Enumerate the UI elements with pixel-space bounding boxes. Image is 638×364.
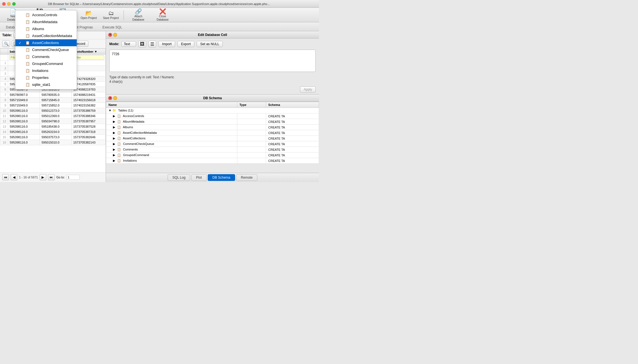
schema-root-row[interactable]: ▼ 📁 Tables (11) bbox=[106, 108, 319, 113]
table-cell[interactable]: 1574023156618 bbox=[71, 98, 105, 103]
table-cell[interactable]: 595780997.0 bbox=[8, 92, 40, 98]
dropdown-item-groupedcommand[interactable]: 📋 GroupedCommand bbox=[15, 60, 77, 67]
table-cell[interactable]: 595015010.0 bbox=[40, 140, 71, 145]
table-row[interactable]: 14595398116.0595263154.01573705387318 bbox=[0, 129, 106, 135]
schema-table-row[interactable]: ▶ 📋 AlbumMetadata CREATE TA bbox=[106, 119, 319, 125]
schema-table-row[interactable]: ▶ 📋 AssetCollectionMetadata CREATE TA bbox=[106, 130, 319, 136]
table-row[interactable]: 7595780997.0595780935.01574088219431 bbox=[0, 92, 106, 98]
table-cell[interactable]: 1573705382143 bbox=[71, 140, 105, 145]
dropdown-item-sqlite_stat1[interactable]: 📋 sqlite_stat1 bbox=[15, 81, 77, 88]
table-cell[interactable]: 595185438.0 bbox=[40, 124, 71, 129]
table-cell[interactable]: 595398116.0 bbox=[8, 135, 40, 140]
table-cell[interactable]: 1573705387528 bbox=[71, 124, 105, 129]
tab-sql-log[interactable]: SQL Log bbox=[168, 174, 190, 181]
table-cell[interactable]: 595398116.0 bbox=[8, 119, 40, 124]
open-project-button[interactable]: 📂 Open Project bbox=[78, 9, 99, 21]
maximize-window-button[interactable] bbox=[12, 2, 16, 6]
table-cell[interactable]: 595012373.0 bbox=[40, 108, 71, 113]
table-cell[interactable]: 595715949.0 bbox=[8, 103, 40, 108]
tree-expand-icon[interactable]: ▶ bbox=[113, 120, 115, 123]
table-cell[interactable]: 595398116.0 bbox=[8, 113, 40, 119]
tree-expand-icon[interactable]: ▶ bbox=[113, 131, 115, 134]
tree-expand-icon[interactable]: ▶ bbox=[113, 125, 115, 129]
export-button[interactable]: Export bbox=[177, 41, 194, 47]
goto-input[interactable] bbox=[66, 175, 80, 180]
next-page-button[interactable]: ▶ bbox=[40, 174, 46, 180]
close-database-button[interactable]: ❌ Close Database bbox=[152, 7, 173, 23]
table-cell[interactable]: 595398116.0 bbox=[8, 108, 40, 113]
tab-remote[interactable]: Remote bbox=[236, 174, 257, 181]
dropdown-item-accesscontrols[interactable]: 📋 AccessControls bbox=[15, 11, 77, 18]
minimize-window-button[interactable] bbox=[7, 2, 11, 6]
table-row[interactable]: 12595398116.0595034798.01573705387957 bbox=[0, 119, 106, 124]
tab-db-schema[interactable]: DB Schema bbox=[208, 174, 235, 181]
table-cell[interactable]: 595037573.0 bbox=[40, 135, 71, 140]
save-project-button[interactable]: 🗂 Save Project bbox=[100, 9, 121, 21]
table-cell[interactable]: 1574088219431 bbox=[71, 92, 105, 98]
table-cell[interactable]: 1573705388759 bbox=[71, 108, 105, 113]
tab-execute-sql[interactable]: Execute SQL bbox=[98, 23, 127, 31]
schema-table-row[interactable]: ▶ 📋 Comments CREATE TA bbox=[106, 147, 319, 152]
edit-cell-minimize-button[interactable] bbox=[113, 33, 117, 37]
schema-minimize-button[interactable] bbox=[113, 96, 117, 100]
mode-list-button[interactable]: ☰ bbox=[148, 41, 156, 47]
tree-expand-icon[interactable]: ▶ bbox=[113, 159, 115, 162]
schema-table-row[interactable]: ▶ 📋 AccessControls CREATE TA bbox=[106, 113, 319, 119]
dropdown-item-albums[interactable]: 📋 Albums bbox=[15, 25, 77, 32]
table-cell[interactable]: 595012369.0 bbox=[40, 113, 71, 119]
edit-cell-close-button[interactable]: ✕ bbox=[108, 33, 112, 37]
dropdown-item-assetcollectionmetadata[interactable]: 📋 AssetCollectionMetadata bbox=[15, 32, 77, 39]
mode-icon-button[interactable]: 🖼 bbox=[138, 41, 146, 47]
table-cell[interactable]: 1574023156382 bbox=[71, 103, 105, 108]
cell-textarea-container[interactable]: 7726 bbox=[109, 50, 316, 72]
table-cell[interactable]: 1573705382646 bbox=[71, 135, 105, 140]
close-window-button[interactable] bbox=[2, 2, 6, 6]
table-cell[interactable]: 595715845.0 bbox=[40, 98, 71, 103]
schema-table-row[interactable]: ▶ 📋 AssetCollections CREATE TA bbox=[106, 136, 319, 141]
table-cell[interactable]: 595398116.0 bbox=[8, 140, 40, 145]
tree-expand-icon[interactable]: ▼ bbox=[108, 109, 112, 112]
apply-button[interactable]: Apply bbox=[300, 86, 316, 93]
dropdown-item-comments[interactable]: 📋 Comments bbox=[15, 53, 77, 60]
table-cell[interactable]: 1573705387318 bbox=[71, 129, 105, 135]
tree-expand-icon[interactable]: ▶ bbox=[113, 142, 115, 145]
first-page-button[interactable]: ⏮ bbox=[2, 174, 9, 180]
table-cell[interactable]: 595034798.0 bbox=[40, 119, 71, 124]
table-row[interactable]: 16595398116.0595015010.01573705382143 bbox=[0, 140, 106, 145]
schema-table-row[interactable]: ▶ 📋 Invitations CREATE TA bbox=[106, 158, 319, 164]
mode-select[interactable]: Text bbox=[121, 41, 136, 47]
dropdown-item-assetcollections[interactable]: ✓ 📋 AssetCollections bbox=[15, 39, 77, 46]
dropdown-item-commentcheckqueue[interactable]: 📋 CommentCheckQueue bbox=[15, 46, 77, 53]
table-cell[interactable]: 1573705388346 bbox=[71, 113, 105, 119]
attach-database-button[interactable]: 🔗 Attach Database bbox=[126, 7, 151, 23]
filter-icon-button[interactable]: 🔍 bbox=[2, 40, 10, 47]
schema-table-row[interactable]: ▶ 📋 CommentCheckQueue CREATE TA bbox=[106, 141, 319, 147]
dropdown-item-albummetadata[interactable]: 📋 AlbumMetadata bbox=[15, 18, 77, 25]
dropdown-item-properties[interactable]: 📋 Properties bbox=[15, 74, 77, 81]
import-button[interactable]: Import bbox=[158, 41, 175, 47]
schema-close-button[interactable]: ✕ bbox=[108, 96, 112, 100]
table-row[interactable]: 15595398116.0595037573.01573705382646 bbox=[0, 135, 106, 140]
table-cell[interactable]: 595715949.0 bbox=[8, 98, 40, 103]
table-row[interactable]: 9595715949.0595715852.01574023156382 bbox=[0, 103, 106, 108]
table-cell[interactable]: 595398116.0 bbox=[8, 129, 40, 135]
tree-expand-icon[interactable]: ▶ bbox=[113, 114, 115, 118]
table-cell[interactable]: 1573705387957 bbox=[71, 119, 105, 124]
filter-input-photonumber[interactable] bbox=[73, 55, 104, 60]
set-null-button[interactable]: Set as NULL bbox=[197, 41, 223, 47]
table-cell[interactable]: 595780935.0 bbox=[40, 92, 71, 98]
table-cell[interactable]: 595398116.0 bbox=[8, 124, 40, 129]
dropdown-item-invitations[interactable]: 📋 Invitations bbox=[15, 67, 77, 74]
table-row[interactable]: 10595398116.0595012373.01573705388759 bbox=[0, 108, 106, 113]
tab-plot[interactable]: Plot bbox=[191, 174, 207, 181]
tree-expand-icon[interactable]: ▶ bbox=[113, 148, 115, 151]
schema-table-row[interactable]: ▶ 📋 GroupedCommand CREATE TA bbox=[106, 152, 319, 158]
tree-expand-icon[interactable]: ▶ bbox=[113, 153, 115, 157]
table-cell[interactable]: 595715852.0 bbox=[40, 103, 71, 108]
table-row[interactable]: 13595398116.0595185438.01573705387528 bbox=[0, 124, 106, 129]
last-page-button[interactable]: ⏭ bbox=[48, 174, 55, 180]
table-cell[interactable]: 595263154.0 bbox=[40, 129, 71, 135]
table-row[interactable]: 11595398116.0595012369.01573705388346 bbox=[0, 113, 106, 119]
table-row[interactable]: 8595715949.0595715845.01574023156618 bbox=[0, 98, 106, 103]
prev-page-button[interactable]: ◀ bbox=[11, 174, 17, 180]
